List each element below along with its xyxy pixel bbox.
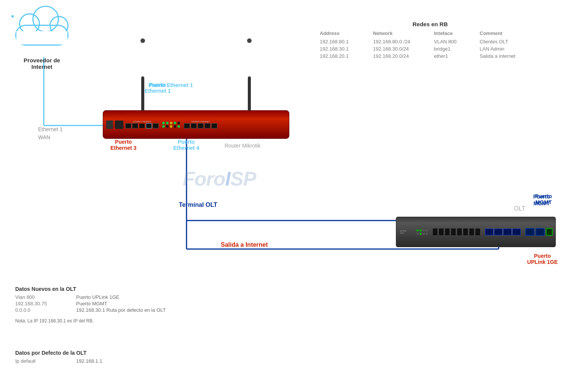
olt-indicator-area <box>416 229 428 235</box>
router-port-eth6 <box>184 123 190 129</box>
wan-line2: WAN <box>38 133 63 141</box>
router-port-eth5 <box>153 123 159 129</box>
network-info-table: Redes en RB Address Network Inteface Com… <box>320 21 541 59</box>
olt-rj45-2 <box>494 229 502 235</box>
olt-led-4 <box>426 229 428 232</box>
led-5 <box>177 122 180 124</box>
router-mikrotik-device: GIGABIT ETHERNET <box>103 110 289 139</box>
led-7 <box>166 125 169 128</box>
olt-uplink-port-indicator <box>536 228 545 236</box>
row1-comment: LAN Admin <box>480 46 541 52</box>
antenna-tip-left <box>140 38 145 43</box>
olt-led-2 <box>419 229 422 232</box>
olt-led-3 <box>423 229 425 232</box>
watermark-right: SP <box>230 168 256 190</box>
port-eth1-text: PuertoEthernet 1 <box>145 82 171 94</box>
router-ports-group1: GIGABIT ETHERNET <box>125 121 159 129</box>
row2-network: 192.168.20.0/24 <box>373 53 434 59</box>
watermark-left: Foro <box>183 168 225 190</box>
row0-address: 192.168.80.1 <box>320 38 373 45</box>
datos-nuevos-section: Datos Nuevos en la OLT Vlan 800 Puerto U… <box>15 286 183 324</box>
led-2 <box>166 122 169 124</box>
dn-value-0: Puerto UPLink 1GE <box>76 294 183 300</box>
olt-sfp-6 <box>463 228 468 236</box>
router-port-eth8 <box>198 123 204 129</box>
row1-network: 192.168.30.0/24 <box>373 46 434 52</box>
dn-label-2: 0.0.0.0 <box>15 307 76 313</box>
dd-label-0: Ip default <box>15 358 76 364</box>
led-8 <box>170 125 172 128</box>
led-3 <box>170 122 172 124</box>
led-6 <box>162 125 165 128</box>
salida-internet-label: Salida a Internet <box>221 241 268 248</box>
terminal-olt-label: Terminal OLT <box>179 202 217 208</box>
datos-nuevos-title: Datos Nuevos en la OLT <box>15 286 183 292</box>
col-header-comment: Comment <box>480 30 541 38</box>
cloud-label: Proveedor de Internet <box>11 57 72 70</box>
row2-comment: Salida a internet <box>480 53 541 59</box>
dn-label-1: 192.168.30.75 <box>15 301 76 306</box>
network-table-title: Redes en RB <box>320 21 541 27</box>
col-header-address: Address <box>320 30 373 38</box>
datos-nuevos-grid: Vlan 800 Puerto UPLink 1GE 192.168.30.75… <box>15 294 183 313</box>
olt-led-6 <box>419 233 422 235</box>
router-front-panel: GIGABIT ETHERNET <box>106 114 286 135</box>
watermark-dot: I <box>225 168 230 190</box>
datos-defecto-title: Datos por Defecto de la OLT <box>15 350 183 356</box>
antenna-left <box>141 76 144 111</box>
watermark: ForoISP <box>183 167 256 190</box>
led-4 <box>174 122 176 124</box>
olt-console-port <box>546 228 553 236</box>
router-port-eth2 <box>132 123 138 129</box>
olt-led-1 <box>416 229 419 232</box>
dn-value-1: Puerto MGMT <box>76 301 183 306</box>
olt-sfp-2 <box>439 228 444 236</box>
wan-label: Ethernet 1 WAN <box>38 125 63 141</box>
led-10 <box>177 125 180 128</box>
olt-special-ports <box>525 228 553 236</box>
olt-rj45-ports <box>485 229 521 235</box>
olt-led-7 <box>423 233 425 235</box>
router-leds <box>162 122 180 128</box>
router-label: Router Mikrotik <box>225 143 260 149</box>
router-port-eth10 <box>211 123 217 129</box>
row0-network: 192.168.80.0 /24 <box>373 38 434 45</box>
dd-value-0: 192.168.1.1 <box>76 358 183 364</box>
olt-mgmt-port-indicator <box>525 228 534 236</box>
port-eth3-text: PuertoEthernet 3 <box>110 139 136 151</box>
antenna-right <box>248 76 251 111</box>
dn-value-2: 192.168.30.1 Ruta por defecto en la OLT <box>76 307 183 313</box>
row0-comment: Clientes OLT <box>480 38 541 45</box>
olt-sfp-4 <box>451 228 456 236</box>
olt-led-8 <box>426 233 428 235</box>
col-header-interface: Inteface <box>434 30 480 38</box>
datos-nuevos-note: Nota: La IP 192.168.30.1 es IP del RB. <box>15 318 183 324</box>
page-container: Proveedor de Internet Redes en RB Addres… <box>0 0 571 392</box>
router-ports-group2: GIGABIT ETHERNET <box>184 121 217 129</box>
datos-defecto-section: Datos por Defecto de la OLT Ip default 1… <box>15 350 183 369</box>
olt-rj45-4 <box>512 229 521 235</box>
row1-interface: bridge1 <box>434 46 480 52</box>
olt-device: tp-linkOLT <box>396 217 556 247</box>
olt-sfp-3 <box>445 228 450 236</box>
router-port-eth1 <box>125 123 131 129</box>
olt-sfp-7 <box>469 228 474 236</box>
port-uplink-text: PuertoUPLink 1GE <box>527 253 558 265</box>
olt-sfp-8 <box>475 228 480 236</box>
olt-sfp-5 <box>457 228 462 236</box>
port-mgmt-text: PuertoMGMT <box>535 193 552 205</box>
router-port-eth9 <box>204 123 211 129</box>
row2-interface: ether1 <box>434 53 480 59</box>
olt-device-label: OLT <box>514 205 525 212</box>
port-eth4-text: PuertoEthernet 4 <box>173 139 199 151</box>
router-port-eth7 <box>191 123 197 129</box>
dn-label-0: Vlan 800 <box>15 294 76 300</box>
led-1 <box>162 122 165 124</box>
wan-line1: Ethernet 1 <box>38 125 63 133</box>
olt-brand-label: tp-linkOLT <box>400 230 413 234</box>
olt-led-5 <box>416 233 419 235</box>
antenna-tip-right <box>247 38 252 43</box>
olt-sfp-ports-area <box>432 228 480 236</box>
led-9 <box>174 125 176 128</box>
router-port-eth3 <box>139 123 145 129</box>
